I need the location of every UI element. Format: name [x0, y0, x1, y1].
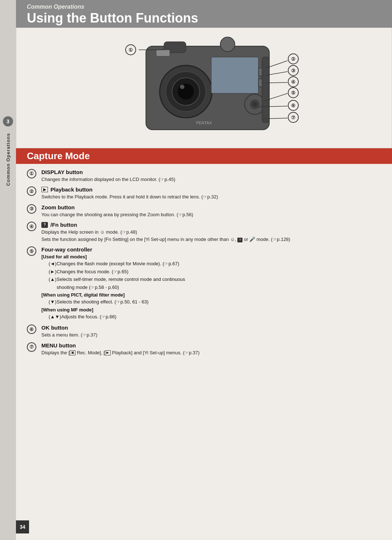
sub-section-pict: [When using PICT, digital filter mode] — [41, 292, 381, 298]
item-number-3: ③ — [27, 204, 41, 214]
list-item: ⑦ MENU button Displays the [▣ Rec. Mode]… — [27, 342, 381, 356]
sidebar: 3 Common Operations — [0, 0, 16, 540]
sub-item-flash: (◄) Changes the flash mode (except for M… — [49, 260, 381, 267]
page-header: Common Operations Using the Button Funct… — [16, 0, 392, 28]
list-item: ③ Zoom button You can change the shootin… — [27, 204, 381, 218]
svg-text:④: ④ — [291, 79, 295, 85]
item-desc-2: Switches to the Playback mode. Press it … — [41, 193, 381, 201]
list-item: ① DISPLAY button Changes the information… — [27, 169, 381, 183]
list-item: ④ ? /Fn button Displays the Help screen … — [27, 222, 381, 243]
camera-diagram: PENTAX ① ② ③ — [77, 35, 331, 141]
item-desc-3: You can change the shooting area by pres… — [41, 211, 381, 218]
item-content-3: Zoom button You can change the shooting … — [41, 204, 381, 218]
svg-point-12 — [252, 102, 257, 107]
item-content-6: OK button Sets a menu item. (☞p.37) — [41, 325, 381, 339]
svg-rect-7 — [211, 57, 258, 93]
item-number-4: ④ — [27, 222, 41, 231]
item-desc-4b: Sets the function assigned by [Fn Settin… — [41, 236, 381, 243]
item-content-1: DISPLAY button Changes the information d… — [41, 169, 381, 183]
list-item: ② ▶ Playback button Switches to the Play… — [27, 186, 381, 201]
sidebar-label: Common Operations — [5, 133, 11, 186]
page-title: Using the Button Functions — [27, 11, 381, 25]
sidebar-chapter-number: 3 — [3, 116, 13, 126]
sub-item-focus-mf: (▲▼) Adjusts the focus. (☞p.66) — [49, 313, 381, 321]
item-number-6: ⑥ — [27, 325, 41, 334]
svg-text:⑥: ⑥ — [291, 103, 295, 108]
item-title-5: Four-way controller — [41, 246, 381, 253]
camera-image: PENTAX ① ② ③ — [77, 35, 331, 141]
svg-rect-16 — [262, 57, 269, 122]
list-item: ⑥ OK button Sets a menu item. (☞p.37) — [27, 325, 381, 339]
capture-mode-heading: Capture Mode — [16, 148, 392, 164]
item-content-7: MENU button Displays the [▣ Rec. Mode], … — [41, 342, 381, 356]
page-number: 34 — [16, 520, 29, 533]
item-desc-1: Changes the information displayed on the… — [41, 176, 381, 183]
svg-text:PENTAX: PENTAX — [196, 121, 212, 125]
item-title-6: OK button — [41, 325, 381, 331]
item-title-3: Zoom button — [41, 204, 381, 210]
sub-item-focus: (►) Changes the focus mode. (☞p.65) — [49, 268, 381, 275]
svg-rect-14 — [156, 50, 170, 56]
playback-icon: ▶ — [41, 187, 48, 192]
section-label: Common Operations — [27, 4, 381, 10]
sub-section-all-modes: [Used for all modes] — [41, 254, 381, 259]
main-content: Common Operations Using the Button Funct… — [16, 0, 392, 540]
svg-point-6 — [180, 85, 184, 89]
item-number-7: ⑦ — [27, 342, 41, 352]
item-content-4: ? /Fn button Displays the Help screen in… — [41, 222, 381, 243]
help-icon: ? — [41, 222, 48, 228]
sub-item-selftimer: (▲) Selects self-timer mode, remote cont… — [49, 276, 381, 283]
item-number-2: ② — [27, 186, 41, 196]
svg-text:⑤: ⑤ — [291, 90, 295, 96]
sub-item-effect: (▼) Selects the shooting effect. (☞p.50,… — [49, 298, 381, 306]
item-desc-4a: Displays the Help screen in ☺ mode. (☞p.… — [41, 229, 381, 236]
svg-text:③: ③ — [291, 68, 295, 73]
sub-section-mf: [When using MF mode] — [41, 307, 381, 313]
item-title-7: MENU button — [41, 342, 381, 348]
item-title-4: ? /Fn button — [41, 222, 381, 228]
svg-text:⑦: ⑦ — [291, 115, 295, 120]
item-desc-7: Displays the [▣ Rec. Mode], [▶ Playback]… — [41, 349, 381, 356]
svg-line-26 — [266, 82, 287, 83]
item-desc-6: Sets a menu item. (☞p.37) — [41, 331, 381, 339]
item-title-2: ▶ Playback button — [41, 186, 381, 193]
content-area: ① DISPLAY button Changes the information… — [16, 164, 392, 365]
camera-diagram-section: PENTAX ① ② ③ — [16, 28, 392, 148]
svg-point-13 — [220, 37, 235, 52]
svg-text:①: ① — [128, 47, 133, 53]
item-title-1: DISPLAY button — [41, 169, 381, 175]
item-number-5: ⑤ — [27, 246, 41, 256]
svg-text:②: ② — [291, 56, 295, 62]
item-number-1: ① — [27, 169, 41, 178]
item-content-5: Four-way controller [Used for all modes]… — [41, 246, 381, 321]
list-item: ⑤ Four-way controller [Used for all mode… — [27, 246, 381, 321]
item-content-2: ▶ Playback button Switches to the Playba… — [41, 186, 381, 201]
sub-item-selftimer-cont: shooting mode (☞p.58 - p.60) — [57, 284, 381, 291]
